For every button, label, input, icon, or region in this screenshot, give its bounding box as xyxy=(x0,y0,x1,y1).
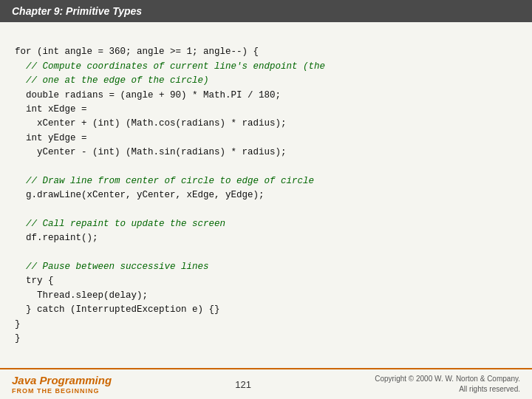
code-line: yCenter - (int) (Math.sin(radians) * rad… xyxy=(15,147,287,157)
content-area: for (int angle = 360; angle >= 1; angle-… xyxy=(0,22,532,368)
code-line: int xEdge = xyxy=(15,104,87,115)
title-bar: Chapter 9: Primitive Types xyxy=(0,0,532,22)
page-number: 121 xyxy=(235,379,251,390)
code-line: } catch (InterruptedException e) {} xyxy=(15,304,220,315)
code-line: Thread.sleep(delay); xyxy=(15,290,148,301)
rights-text: All rights reserved. xyxy=(459,385,520,393)
code-line: int yEdge = xyxy=(15,133,87,143)
code-line: double radians = (angle + 90) * Math.PI … xyxy=(15,90,281,100)
brand-name: Java Programming xyxy=(12,374,112,387)
copyright: Copyright © 2000 W. W. Norton & Company.… xyxy=(375,374,520,395)
code-line: for (int angle = 360; angle >= 1; angle-… xyxy=(15,47,259,57)
footer-brand: Java Programming FROM THE BEGINNING xyxy=(12,374,112,395)
code-line: } xyxy=(15,333,21,344)
code-line: g.drawLine(xCenter, yCenter, xEdge, yEdg… xyxy=(15,190,265,200)
code-line: // Draw line from center of circle to ed… xyxy=(15,176,314,186)
code-block: for (int angle = 360; angle >= 1; angle-… xyxy=(15,31,517,361)
slide-title: Chapter 9: Primitive Types xyxy=(12,5,142,17)
brand-subtitle: FROM THE BEGINNING xyxy=(12,387,112,395)
footer: Java Programming FROM THE BEGINNING 121 … xyxy=(0,368,532,399)
code-line: // Call repaint to update the screen xyxy=(15,219,225,229)
code-line: df.repaint(); xyxy=(15,233,98,243)
code-line: xCenter + (int) (Math.cos(radians) * rad… xyxy=(15,118,287,129)
slide: Chapter 9: Primitive Types for (int angl… xyxy=(0,0,532,399)
code-line: try { xyxy=(15,276,54,286)
code-line: // Pause between successive lines xyxy=(15,262,209,272)
code-line: // one at the edge of the circle) xyxy=(15,75,209,86)
code-line: } xyxy=(15,319,21,330)
copyright-text: Copyright © 2000 W. W. Norton & Company. xyxy=(375,375,520,383)
code-line: // Compute coordinates of current line's… xyxy=(15,61,325,72)
